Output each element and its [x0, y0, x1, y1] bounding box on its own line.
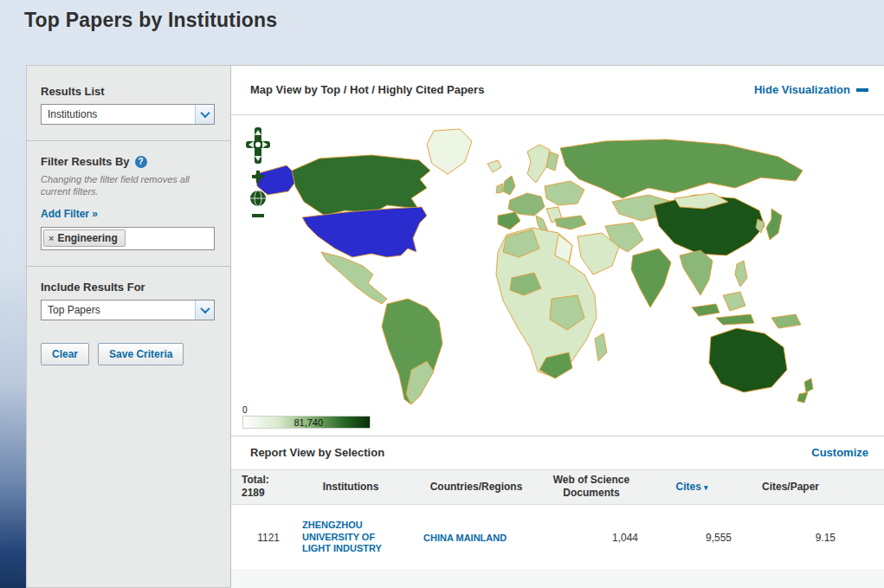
report-view-title: Report View by Selection	[250, 446, 384, 459]
include-results-value: Top Papers	[42, 304, 195, 316]
column-header-documents: Web of Science Documents	[538, 470, 645, 503]
results-list-select[interactable]: Institutions	[41, 104, 215, 125]
filter-chip-box[interactable]: × Engineering	[41, 227, 215, 250]
pan-control-icon[interactable]	[246, 127, 270, 164]
globe-reset-icon[interactable]	[250, 191, 266, 206]
map-country-ireland[interactable]	[496, 184, 503, 193]
page-title: Top Papers by Institutions	[24, 9, 277, 32]
map-country-uk[interactable]	[503, 176, 515, 195]
legend-min-label: 0	[242, 405, 371, 415]
map-country-canada[interactable]	[292, 155, 430, 216]
sidebar-divider	[27, 140, 230, 141]
table-row[interactable]: 1121 ZHENGZHOU UNIVERSITY OF LIGHT INDUS…	[231, 505, 884, 571]
filter-note: Changing the filter field removes all cu…	[41, 173, 214, 198]
map-region-scandinavia[interactable]	[527, 145, 550, 183]
map-country-iceland[interactable]	[487, 160, 501, 172]
map-country-spain[interactable]	[498, 212, 520, 229]
column-header-institutions: Institutions	[287, 477, 415, 496]
chevron-down-icon	[200, 108, 210, 118]
remove-filter-icon[interactable]: ×	[48, 233, 54, 243]
map-country-russia[interactable]	[560, 139, 803, 198]
map-country-australia[interactable]	[709, 328, 787, 392]
include-results-dropdown-button[interactable]	[195, 300, 214, 320]
column-header-cites-per-paper: Cites/Paper	[739, 477, 842, 496]
chevron-down-icon	[200, 304, 210, 313]
row-cites-per-paper: 9.15	[739, 528, 842, 547]
include-results-label: Include Results For	[41, 281, 216, 294]
cites-sort-label[interactable]: Cites	[676, 481, 701, 493]
minus-icon	[856, 88, 868, 92]
add-filter-link[interactable]: Add Filter »	[41, 208, 98, 220]
sort-caret-icon: ▾	[704, 483, 708, 492]
column-header-cites-sort[interactable]: Cites▾	[645, 477, 739, 496]
hide-visualization-label: Hide Visualization	[754, 83, 850, 96]
map-country-new-zealand[interactable]	[797, 378, 813, 403]
total-label: Total:	[242, 474, 280, 488]
filters-sidebar: Results List Institutions Filter Results…	[26, 65, 231, 588]
map-zoom-controls[interactable]	[243, 126, 273, 229]
results-list-label: Results List	[41, 85, 216, 98]
map-island-java[interactable]	[716, 314, 754, 325]
column-header-countries: Countries/Regions	[415, 477, 538, 496]
map-section-header: Map View by Top / Hot / Highly Cited Pap…	[231, 66, 884, 114]
legend-max-label: 81,740	[294, 417, 323, 428]
map-country-india[interactable]	[631, 249, 671, 307]
country-link[interactable]: CHINA MAINLAND	[423, 533, 507, 543]
row-cites: 9,555	[645, 528, 739, 547]
page: Top Papers by Institutions Results List …	[0, 0, 884, 588]
sidebar-divider	[27, 266, 230, 267]
legend-gradient-bar: 81,740	[242, 416, 371, 429]
map-country-madagascar[interactable]	[595, 333, 607, 361]
world-choropleth-map[interactable]	[242, 126, 830, 411]
map-country-greenland[interactable]	[427, 129, 472, 174]
map-island-sumatra[interactable]	[692, 304, 719, 316]
table-header-row: Total: 2189 Institutions Countries/Regio…	[231, 469, 884, 505]
map-island-new-guinea[interactable]	[771, 314, 801, 328]
filter-chip-engineering[interactable]: × Engineering	[43, 229, 126, 247]
map-region-east-europe[interactable]	[545, 181, 584, 205]
clear-button[interactable]: Clear	[41, 343, 89, 365]
help-icon[interactable]: ?	[135, 156, 147, 168]
zoom-in-icon[interactable]	[252, 171, 264, 183]
map-visualization-area[interactable]: 0 81,740	[231, 115, 884, 436]
report-section-header: Report View by Selection Customize	[231, 436, 884, 469]
save-criteria-button[interactable]: Save Criteria	[98, 343, 184, 365]
map-country-philippines[interactable]	[735, 261, 747, 287]
results-list-value: Institutions	[42, 108, 195, 120]
map-country-japan[interactable]	[766, 209, 782, 240]
total-value: 2189	[242, 487, 280, 501]
column-header-total: Total: 2189	[231, 470, 287, 504]
results-list-dropdown-button[interactable]	[195, 105, 214, 124]
map-color-legend: 0 81,740	[242, 405, 371, 429]
filter-chip-label: Engineering	[57, 232, 117, 244]
map-island-borneo[interactable]	[723, 292, 745, 311]
row-rank: 1121	[231, 528, 287, 547]
map-country-mexico[interactable]	[321, 252, 387, 304]
filter-results-label: Filter Results By	[41, 155, 130, 168]
map-region-southeast-asia[interactable]	[680, 250, 713, 295]
institution-link[interactable]: ZHENGZHOU UNIVERSITY OF LIGHT INDUSTRY	[302, 520, 406, 555]
hide-visualization-link[interactable]: Hide Visualization	[754, 83, 868, 96]
results-table: Total: 2189 Institutions Countries/Regio…	[231, 469, 884, 588]
next-row-partial	[231, 571, 884, 588]
map-view-title: Map View by Top / Hot / Highly Cited Pap…	[250, 83, 484, 96]
map-country-usa[interactable]	[302, 207, 427, 257]
content: Results List Institutions Filter Results…	[26, 65, 884, 588]
main-panel: Map View by Top / Hot / Highly Cited Pap…	[231, 65, 884, 588]
zoom-out-icon[interactable]	[252, 214, 264, 217]
row-documents: 1,044	[538, 528, 645, 547]
include-results-select[interactable]: Top Papers	[41, 300, 215, 320]
customize-link[interactable]: Customize	[811, 446, 868, 459]
